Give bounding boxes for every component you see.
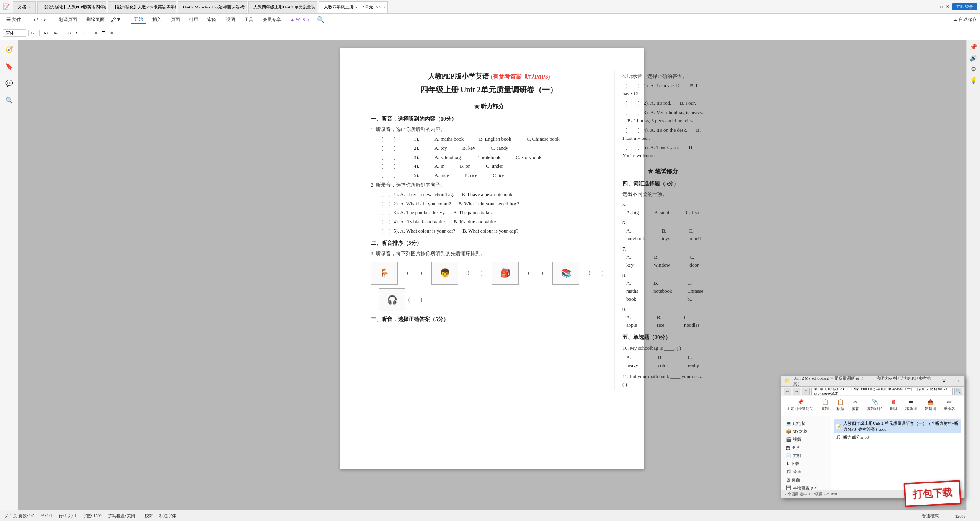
fm-search-btn[interactable]: 🔍 bbox=[954, 388, 962, 395]
sidebar-bookmark-icon[interactable]: 🔖 bbox=[3, 60, 15, 72]
fm-sidebar-docs[interactable]: 📄文档 bbox=[784, 452, 828, 460]
tab-shitu[interactable]: 视图 bbox=[223, 16, 238, 24]
menu-file[interactable]: ☰ 文件 bbox=[3, 16, 24, 24]
tab-yemian[interactable]: 页面 bbox=[168, 16, 183, 24]
tab-2[interactable]: 【能力强化】人教PEP版英语四年级... × bbox=[108, 1, 176, 13]
cloud-save-icon[interactable]: ☁ 自动保存 bbox=[953, 16, 977, 23]
zoom-out-btn[interactable]: － bbox=[945, 513, 949, 519]
fm-copypath-btn[interactable]: 📎 复制路径 bbox=[865, 398, 885, 412]
tab-3[interactable]: Unit 2 My schoolbag达标测试卷-考... × bbox=[178, 1, 247, 13]
q1-5-c: C. ice bbox=[493, 172, 504, 180]
tab-shenyue[interactable]: 审阅 bbox=[204, 16, 220, 24]
fm-pin-btn[interactable]: 📌 固定到快速访问 bbox=[784, 398, 816, 412]
tab-0-close[interactable]: × bbox=[28, 5, 31, 9]
right-icon-4[interactable]: 💡 bbox=[970, 77, 977, 84]
font-smaller[interactable]: A- bbox=[52, 31, 59, 35]
window-minimize[interactable]: ─ bbox=[934, 5, 938, 9]
fm-forward-btn[interactable]: → bbox=[793, 388, 800, 395]
listening-section-title: ★ 听力部分 bbox=[371, 102, 607, 111]
q1-2-c: C. candy bbox=[491, 144, 508, 152]
zoom-in-btn[interactable]: ＋ bbox=[971, 513, 975, 519]
fm-maximize[interactable]: □ bbox=[959, 378, 961, 384]
q1-5-b: B. rice bbox=[464, 172, 478, 180]
toolbar-redo[interactable]: ↪ bbox=[41, 16, 46, 23]
tab-4[interactable]: 人教四年级上册Unit 2 单元质量调... × bbox=[248, 1, 317, 13]
menu-format-icon[interactable]: 🖌▼ bbox=[111, 17, 121, 23]
fm-sidebar-pictures[interactable]: 🖼图片 bbox=[784, 444, 828, 452]
window-maximize[interactable]: □ bbox=[940, 5, 943, 9]
right-icon-3[interactable]: ⚙ bbox=[971, 66, 976, 73]
q2-item-2: （ ）2). A. What is in your room? B. What … bbox=[379, 200, 607, 208]
tab-5[interactable]: 人教四年级上册Unit 2 单元: ○ × × bbox=[319, 1, 388, 13]
toolbar-row2: 宋体 12 A+ A- B I U ≡ ☰ ≡ bbox=[0, 26, 980, 40]
bold-btn[interactable]: B bbox=[67, 31, 72, 35]
fm-delete-btn[interactable]: 🗑 删除 bbox=[888, 398, 900, 412]
fm-up-btn[interactable]: ↑ bbox=[802, 388, 810, 395]
fm-status-text: 2 个项目 选中 1 个项目 2.49 MB bbox=[784, 492, 837, 497]
sidebar-nav-icon[interactable]: 🧭 bbox=[3, 43, 15, 56]
menu-fanyi[interactable]: 翻译页面 bbox=[56, 16, 80, 24]
tab-5-close[interactable]: × bbox=[384, 5, 386, 9]
underline-btn[interactable]: U bbox=[80, 31, 86, 35]
fm-file-doc[interactable]: 📝 人教四年级上册Unit 2 单元质量调研卷（一）（含听力材料+听力MP3+参… bbox=[834, 419, 961, 433]
img-person: 👦 bbox=[431, 262, 458, 285]
title-bar: 📝 文档 × 【能力强化】人教PEP版英语四年级... × 【能力强化】人教PE… bbox=[0, 0, 980, 14]
fm-sidebar-c-drive[interactable]: 💾本地磁盘 (C:) bbox=[784, 484, 828, 490]
fm-rename-btn[interactable]: ✏ 重命名 bbox=[941, 398, 957, 412]
align-left[interactable]: ≡ bbox=[94, 31, 98, 35]
fm-back-btn[interactable]: ← bbox=[784, 388, 791, 395]
tab-0[interactable]: 文档 × bbox=[13, 1, 36, 13]
tab-charu[interactable]: 插入 bbox=[149, 16, 165, 24]
tab-gongju[interactable]: 工具 bbox=[241, 16, 256, 24]
status-font[interactable]: 标注字体 bbox=[159, 513, 176, 519]
right-icon-1[interactable]: 📌 bbox=[970, 43, 977, 51]
right-icon-2[interactable]: 🔊 bbox=[970, 54, 977, 62]
toolbar-undo[interactable]: ↩ bbox=[34, 16, 38, 23]
tab-2-label: 【能力强化】人教PEP版英语四年级... bbox=[113, 4, 176, 10]
italic-btn[interactable]: I bbox=[74, 31, 78, 35]
q4-item-4: （ ） 4). A. It's on the desk. B. I lost m… bbox=[622, 126, 703, 143]
fm-minimize[interactable]: ─ bbox=[951, 378, 954, 384]
file-mp3-icon: 🎵 bbox=[836, 435, 841, 440]
download-badge[interactable]: 打包下载 bbox=[903, 480, 961, 507]
wps-ai-button[interactable]: ▲ WPS AI bbox=[287, 16, 314, 23]
fm-copy-btn[interactable]: 📋 复制 bbox=[819, 398, 831, 412]
tab-0-label: 文档 bbox=[18, 4, 26, 10]
tab-huiyuan[interactable]: 会员专享 bbox=[260, 16, 284, 24]
fm-sidebar-computer[interactable]: 💻此电脑 bbox=[784, 419, 828, 428]
menu-shanchuyeye[interactable]: 删除页面 bbox=[83, 16, 108, 24]
fm-paste-btn[interactable]: 📋 粘贴 bbox=[834, 398, 846, 412]
align-right[interactable]: ≡ bbox=[109, 31, 114, 35]
tab-yinyong[interactable]: 引用 bbox=[186, 16, 201, 24]
font-size[interactable]: 12 bbox=[28, 30, 40, 36]
status-mode[interactable]: 普通模式 bbox=[922, 513, 939, 519]
fm-file-mp3[interactable]: 🎵 听力部分.mp3 bbox=[834, 433, 961, 441]
fm-cut-btn[interactable]: ✂ 剪切 bbox=[849, 398, 862, 412]
font-bigger[interactable]: A+ bbox=[42, 31, 50, 35]
fm-sidebar: 💻此电脑 📦3D 对象 🎬视频 🖼图片 📄文档 ⬇下载 🎵音乐 🖥桌面 bbox=[781, 416, 831, 490]
fm-sidebar-desktop[interactable]: 🖥桌面 bbox=[784, 476, 828, 484]
sidebar-comment-icon[interactable]: 💬 bbox=[3, 77, 15, 89]
paren-1: （ ） bbox=[404, 269, 425, 277]
fm-sidebar-music[interactable]: 🎵音乐 bbox=[784, 468, 828, 476]
fm-sidebar-3d[interactable]: 📦3D 对象 bbox=[784, 428, 828, 436]
tab-kaishi[interactable]: 开始 bbox=[131, 15, 146, 24]
tab-add-button[interactable]: + bbox=[389, 2, 399, 11]
tab-1[interactable]: 【能力强化】人教PEP版英语四年级... × bbox=[37, 1, 106, 13]
q10-b: B. color bbox=[658, 354, 673, 370]
align-center[interactable]: ☰ bbox=[101, 31, 107, 36]
status-jiaoui[interactable]: 校对 bbox=[145, 513, 153, 519]
login-button[interactable]: 立即登录 bbox=[952, 3, 977, 10]
fm-copyto-btn[interactable]: 📤 复制到 bbox=[922, 398, 938, 412]
window-close[interactable]: ✕ bbox=[946, 4, 949, 9]
fm-close[interactable]: ✕ bbox=[942, 378, 946, 384]
sidebar-search-icon[interactable]: 🔍 bbox=[3, 94, 15, 106]
vocab-item-5: 5. A. big B. small C. fish bbox=[622, 201, 703, 217]
font-name[interactable]: 宋体 bbox=[3, 29, 26, 37]
fm-sidebar-video[interactable]: 🎬视频 bbox=[784, 436, 828, 444]
q10-options: A. heavy B. color C. really bbox=[626, 354, 703, 370]
fm-move-btn[interactable]: ➡ 移动到 bbox=[903, 398, 919, 412]
doc-title-line1: 人教PEP版小学英语 (有参考答案+听力MP3) bbox=[371, 71, 607, 82]
search-toolbar[interactable]: 🔍 bbox=[317, 16, 325, 23]
fm-sidebar-downloads[interactable]: ⬇下载 bbox=[784, 460, 828, 468]
